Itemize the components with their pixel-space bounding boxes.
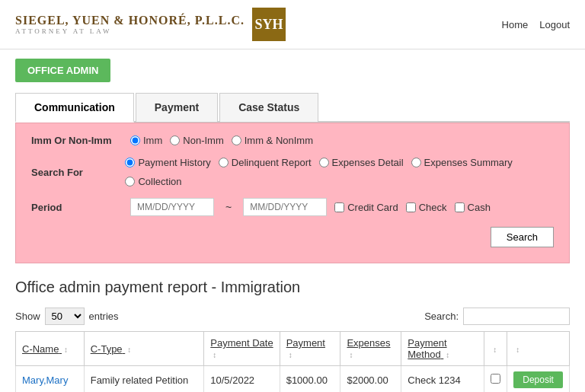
firm-logo-icon: SYH — [252, 8, 286, 41]
search-button[interactable]: Search — [491, 227, 554, 247]
search-for-radio-delinquent[interactable] — [219, 158, 229, 167]
imm-option-non-imm[interactable]: Non-Imm — [170, 135, 223, 146]
payments-table: C-Name ↕ C-Type ↕ Payment Date ↕ — [15, 331, 570, 392]
search-for-expenses-detail[interactable]: Expenses Detail — [319, 157, 404, 168]
search-for-collection[interactable]: Collection — [125, 176, 181, 187]
period-content: ~ Credit Card Check Cash — [130, 198, 491, 216]
imm-filter-options: Imm Non-Imm Imm & NonImm — [130, 135, 313, 146]
th-check-col: ↕ — [484, 332, 507, 366]
table-search-input[interactable] — [463, 308, 570, 325]
logo-text-block: SIEGEL, YUEN & HONORÉ, P.L.L.C. ATTORNEY… — [15, 14, 245, 35]
firm-tagline: ATTORNEY AT LAW — [15, 27, 245, 35]
cell-payment-date: 10/5/2022 — [204, 366, 280, 393]
th-payment-date: Payment Date ↕ — [204, 332, 280, 366]
imm-filter-label: Imm Or Non-Imm — [31, 135, 130, 146]
report-title: Office admin payment report - Immigratio… — [15, 279, 570, 296]
client-name-link[interactable]: Mary,Mary — [22, 374, 68, 386]
tab-bar: Communication Payment Case Status — [15, 91, 570, 123]
th-payment-date-sort[interactable]: Payment Date — [210, 337, 273, 349]
search-for-radio-expenses-detail[interactable] — [319, 158, 329, 167]
cell-check — [484, 366, 507, 393]
entries-select[interactable]: 10 25 50 100 — [45, 308, 85, 325]
cell-payment-method: Check 1234 — [401, 366, 484, 393]
logout-link[interactable]: Logout — [539, 19, 570, 30]
home-link[interactable]: Home — [502, 19, 529, 30]
th-c-name-sort[interactable]: C-Name — [22, 343, 62, 355]
c-name-sort-icon: ↕ — [64, 346, 68, 354]
imm-radio-imm[interactable] — [130, 135, 140, 145]
th-payment-method: Payment Method ↕ — [401, 332, 484, 366]
credit-card-option[interactable]: Credit Card — [334, 202, 398, 213]
period-start-date[interactable] — [130, 198, 214, 216]
th-deposit-col: ↕ — [507, 332, 570, 366]
search-for-radio-expenses-summary[interactable] — [411, 158, 421, 167]
search-for-radio-payment-history[interactable] — [125, 158, 135, 167]
table-controls: Show 10 25 50 100 entries Search: — [15, 308, 570, 325]
imm-filter-row: Imm Or Non-Imm Imm Non-Imm Imm & NonImm — [31, 135, 554, 146]
search-for-label: Search For — [31, 167, 125, 178]
period-end-date[interactable] — [243, 198, 327, 216]
search-for-radio-collection[interactable] — [125, 177, 135, 186]
search-for-options: Payment History Delinquent Report Expens… — [125, 157, 554, 187]
report-section: Office admin payment report - Immigratio… — [0, 263, 585, 392]
credit-card-checkbox[interactable] — [334, 202, 344, 212]
search-for-delinquent-report[interactable]: Delinquent Report — [219, 157, 312, 168]
table-search-control: Search: — [424, 308, 570, 325]
row-checkbox[interactable] — [491, 374, 500, 384]
nav-links: Home Logout — [502, 19, 570, 30]
page-header: SIEGEL, YUEN & HONORÉ, P.L.L.C. ATTORNEY… — [0, 0, 585, 49]
tab-communication[interactable]: Communication — [15, 93, 134, 123]
deposit-button[interactable]: Deposit — [513, 371, 563, 388]
payment-method-sort-icon: ↕ — [446, 351, 449, 359]
cell-c-name: Mary,Mary — [16, 366, 85, 393]
check-checkbox[interactable] — [406, 202, 416, 212]
th-c-type-sort[interactable]: C-Type — [91, 343, 126, 355]
table-body: Mary,Mary Family related Petition 10/5/2… — [16, 366, 570, 393]
th-c-type: C-Type ↕ — [84, 332, 204, 366]
th-payment-sort[interactable]: Payment — [286, 337, 325, 349]
show-label: Show — [15, 311, 40, 322]
period-label: Period — [31, 202, 130, 213]
logo-area: SIEGEL, YUEN & HONORÉ, P.L.L.C. ATTORNEY… — [15, 8, 286, 41]
th-payment-method-sort[interactable]: Payment Method — [408, 337, 446, 360]
expenses-sort-icon: ↕ — [349, 351, 353, 359]
tab-case-status[interactable]: Case Status — [219, 93, 318, 123]
firm-name: SIEGEL, YUEN & HONORÉ, P.L.L.C. — [15, 14, 245, 27]
search-for-payment-history[interactable]: Payment History — [125, 157, 210, 168]
period-filter-row: Period ~ Credit Card Check Cash — [31, 198, 554, 216]
date-separator: ~ — [225, 201, 232, 213]
table-row: Mary,Mary Family related Petition 10/5/2… — [16, 366, 570, 393]
office-admin-button[interactable]: OFFICE ADMIN — [15, 59, 110, 82]
entries-label: entries — [89, 311, 119, 322]
cell-deposit: Deposit — [507, 366, 570, 393]
payment-sort-icon: ↕ — [289, 351, 292, 359]
c-type-sort-icon: ↕ — [127, 346, 131, 354]
th-expenses-sort[interactable]: Expenses — [347, 337, 390, 349]
search-for-row: Search For Payment History Delinquent Re… — [31, 157, 554, 187]
admin-section: OFFICE ADMIN — [0, 49, 585, 91]
search-button-row: Search — [31, 227, 554, 247]
show-entries-control: Show 10 25 50 100 entries — [15, 308, 119, 325]
search-for-expenses-summary[interactable]: Expenses Summary — [411, 157, 513, 168]
tab-payment[interactable]: Payment — [136, 93, 218, 123]
imm-option-imm[interactable]: Imm — [130, 135, 162, 146]
table-search-label: Search: — [424, 311, 459, 322]
cell-expenses: $2000.00 — [340, 366, 401, 393]
cell-payment: $1000.00 — [280, 366, 340, 393]
imm-option-both[interactable]: Imm & NonImm — [232, 135, 313, 146]
cash-checkbox[interactable] — [455, 202, 465, 212]
th-expenses: Expenses ↕ — [340, 332, 401, 366]
th-c-name: C-Name ↕ — [16, 332, 85, 366]
filter-panel: Imm Or Non-Imm Imm Non-Imm Imm & NonImm … — [15, 123, 570, 263]
payment-date-sort-icon: ↕ — [213, 351, 216, 359]
th-payment: Payment ↕ — [280, 332, 340, 366]
imm-radio-both[interactable] — [232, 135, 241, 145]
cash-option[interactable]: Cash — [455, 202, 491, 213]
imm-radio-non-imm[interactable] — [170, 135, 180, 145]
check-option[interactable]: Check — [406, 202, 447, 213]
cell-c-type: Family related Petition — [84, 366, 204, 393]
table-header-row: C-Name ↕ C-Type ↕ Payment Date ↕ — [16, 332, 570, 366]
